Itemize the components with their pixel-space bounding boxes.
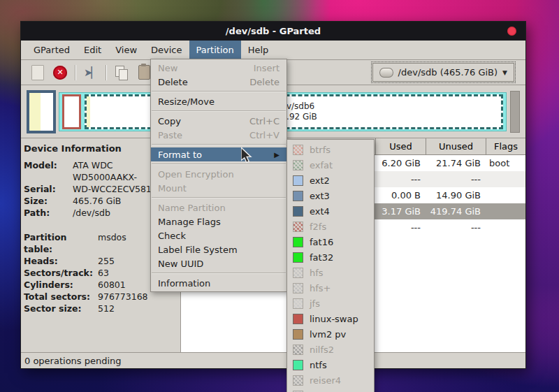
menu-item-resize-move[interactable]: Resize/Move — [151, 94, 286, 108]
format-option-ext4[interactable]: ext4 — [287, 203, 374, 219]
format-option-btrfs[interactable]: btrfs — [287, 142, 374, 157]
format-option-lvm2-pv[interactable]: lvm2 pv — [287, 326, 374, 342]
menu-separator — [152, 164, 286, 165]
column-header-unused[interactable]: Unused — [426, 138, 486, 155]
menu-item-new-uuid[interactable]: New UUID — [151, 256, 286, 270]
chevron-down-icon: ▼ — [502, 69, 507, 76]
format-option-nilfs2[interactable]: nilfs2 — [287, 342, 374, 357]
format-option-exfat[interactable]: exfat — [287, 157, 374, 173]
menu-item-copy[interactable]: CopyCtrl+C — [151, 114, 286, 128]
menu-item-paste[interactable]: PasteCtrl+V — [151, 128, 286, 142]
format-option-ext2[interactable]: ext2 — [287, 173, 374, 188]
format-option-hfs[interactable]: hfs — [287, 265, 374, 280]
hfs-color-swatch — [293, 268, 303, 278]
copy-icon[interactable] — [112, 64, 131, 82]
reiser4-color-swatch — [293, 375, 303, 386]
partition-swap-box[interactable] — [62, 94, 81, 129]
format-option-hfs-plus[interactable]: hfs+ — [287, 280, 374, 296]
mouse-cursor — [241, 147, 256, 167]
lvm2-pv-color-swatch — [293, 329, 303, 340]
menu-separator — [152, 144, 286, 145]
hfs-plus-color-swatch — [293, 283, 303, 293]
partition-menu: NewInsert DeleteDelete Resize/Move CopyC… — [150, 59, 287, 292]
menu-separator — [152, 273, 286, 274]
menu-item-mount[interactable]: Mount — [151, 181, 286, 195]
menu-item-new[interactable]: NewInsert — [151, 61, 286, 75]
column-header-used[interactable]: Used — [376, 138, 426, 155]
format-option-reiserfs[interactable]: reiserfs — [287, 388, 374, 392]
menu-item-manage-flags[interactable]: Manage Flags — [151, 215, 286, 228]
menubar-item-device[interactable]: Device — [144, 41, 189, 59]
new-partition-icon[interactable] — [29, 64, 47, 82]
hard-drive-icon — [379, 68, 393, 78]
submenu-arrow-icon: ▶ — [274, 151, 280, 159]
info-row-sector-size: Sector size:512 — [24, 303, 177, 314]
linux-swap-color-swatch — [293, 314, 303, 324]
exfat-color-swatch — [293, 160, 303, 170]
ntfs-color-swatch — [293, 360, 303, 370]
ext4-color-swatch — [293, 206, 303, 217]
device-selector[interactable]: /dev/sdb (465.76 GiB) ▼ — [372, 63, 514, 82]
statusbar: 0 operations pending — [21, 352, 525, 368]
format-option-jfs[interactable]: jfs — [287, 296, 374, 311]
menu-item-check[interactable]: Check — [151, 228, 286, 242]
delete-partition-icon[interactable]: ✕ — [51, 64, 69, 82]
menu-item-name-partition[interactable]: Name Partition — [151, 201, 286, 215]
format-option-fat16[interactable]: fat16 — [287, 234, 374, 249]
f2fs-color-swatch — [293, 222, 303, 232]
menu-separator — [152, 91, 286, 92]
ext2-color-swatch — [293, 175, 303, 186]
used-space-sliver — [87, 96, 90, 127]
format-to-submenu: btrfs exfat ext2 ext3 ext4 f2fs fat16 fa… — [286, 139, 375, 392]
toolbar-separator — [106, 65, 107, 80]
menu-item-label-file-system[interactable]: Label File System — [151, 242, 286, 256]
window-title: /dev/sdb - GParted — [226, 26, 321, 36]
format-option-linux-swap[interactable]: linux-swap — [287, 311, 374, 326]
resize-move-icon[interactable]: ➤▏ — [82, 64, 100, 82]
partition-bar-spacer — [510, 91, 520, 133]
format-option-fat32[interactable]: fat32 — [287, 249, 374, 265]
menu-item-format-to[interactable]: Format to▶ — [151, 147, 286, 161]
column-header-flags[interactable]: Flags — [486, 138, 525, 155]
pending-operations-text: 0 operations pending — [24, 356, 122, 366]
menubar: GParted Edit View Device Partition Help — [21, 41, 525, 60]
menubar-item-view[interactable]: View — [108, 41, 144, 59]
nilfs2-color-swatch — [293, 344, 303, 355]
menu-item-information[interactable]: Information — [151, 276, 286, 290]
jfs-color-swatch — [293, 298, 303, 309]
menubar-item-edit[interactable]: Edit — [77, 41, 108, 59]
titlebar[interactable]: /dev/sdb - GParted — [21, 22, 525, 41]
toolbar-separator — [75, 65, 76, 80]
format-option-f2fs[interactable]: f2fs — [287, 219, 374, 234]
format-option-ntfs[interactable]: ntfs — [287, 357, 374, 372]
menu-item-delete[interactable]: DeleteDelete — [151, 75, 286, 89]
menubar-item-partition[interactable]: Partition — [189, 41, 241, 59]
menu-separator — [152, 197, 286, 198]
info-row-total-sectors: Total sectors:976773168 — [24, 291, 177, 303]
menu-item-open-encryption[interactable]: Open Encryption — [151, 167, 286, 181]
partition-sdb1-box[interactable] — [27, 90, 56, 133]
partition-sdb6-box-selected[interactable]: /dev/sdb6 422.92 GiB — [85, 94, 503, 129]
close-button[interactable] — [507, 27, 516, 36]
device-selector-label: /dev/sdb (465.76 GiB) — [398, 67, 498, 78]
fat32-color-swatch — [293, 252, 303, 263]
format-option-ext3[interactable]: ext3 — [287, 188, 374, 203]
ext3-color-swatch — [293, 191, 303, 201]
menubar-item-help[interactable]: Help — [241, 41, 276, 59]
menubar-item-gparted[interactable]: GParted — [27, 41, 77, 59]
fat16-color-swatch — [293, 237, 303, 247]
menu-separator — [152, 110, 286, 112]
format-option-reiser4[interactable]: reiser4 — [287, 372, 374, 388]
btrfs-color-swatch — [293, 145, 303, 155]
